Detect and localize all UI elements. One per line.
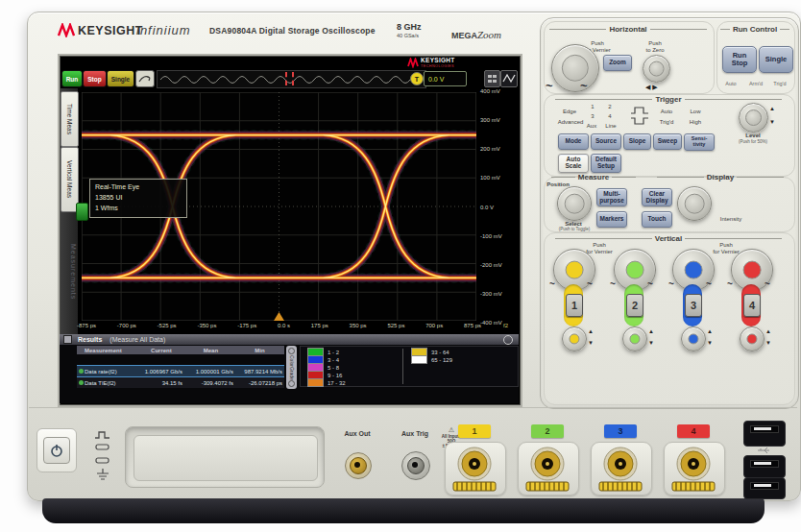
ch2-offset-knob[interactable]: [622, 326, 647, 351]
screen-logo-text: KEYSIGHT: [421, 57, 455, 63]
infobox-wfm-count: 1 Wfms: [95, 204, 182, 214]
results-close-icon[interactable]: [503, 335, 513, 345]
ch3-offset-knob[interactable]: [681, 326, 706, 351]
col-header[interactable]: Min: [235, 348, 284, 353]
ch2-enable-button[interactable]: 2: [626, 294, 643, 317]
power-icon: [50, 444, 63, 457]
section-display: Display: [657, 173, 784, 181]
sine-icon: ~: [610, 278, 616, 289]
auto-scale-button[interactable]: Auto Scale: [558, 154, 589, 173]
down-arrow-icon: ▼: [765, 340, 771, 346]
run-stop-button[interactable]: Run Stop: [722, 46, 757, 73]
results-bar[interactable]: Results (Measure All Data): [60, 334, 519, 345]
usb-port[interactable]: [743, 455, 786, 478]
y-tick-label: 400 mV: [480, 88, 517, 94]
single-button[interactable]: Single: [107, 70, 134, 87]
ch4-offset-knob[interactable]: [740, 326, 765, 351]
up-arrow-icon: ▲: [648, 328, 654, 334]
legend-label: 65 - 129: [431, 357, 452, 363]
stop-button[interactable]: Stop: [83, 70, 107, 87]
usb-port[interactable]: [743, 421, 786, 447]
trigger-sensitivity-button[interactable]: Sensi- tivity: [684, 133, 715, 151]
table-row[interactable]: Data TIE(f2) 34.15 fs -309.4072 fs -26.0…: [77, 377, 284, 388]
trigger-source-button[interactable]: Source: [591, 133, 621, 150]
horizontal-scale-knob[interactable]: [551, 44, 599, 92]
keypad-icon[interactable]: [484, 70, 500, 87]
touch-toggle-icon[interactable]: [135, 70, 155, 87]
multipurpose-button[interactable]: Multi- purpose: [596, 188, 627, 206]
x-tick-label: 175 ps: [311, 323, 328, 328]
up-arrow-icon: ▲: [588, 328, 594, 334]
results-collapse-icon[interactable]: [63, 335, 72, 344]
legend-item: 17 - 32: [307, 378, 346, 387]
x-tick-label: -525 ps: [158, 323, 177, 328]
zoom-button[interactable]: Zoom: [603, 55, 632, 71]
y-tick-label: 100 mV: [480, 175, 517, 181]
y-tick-label: -100 mV: [480, 233, 517, 239]
usb-icon: [757, 447, 770, 454]
usb-port[interactable]: [743, 477, 786, 499]
ch1-offset-knob[interactable]: [562, 326, 587, 351]
ch1-enable-button[interactable]: 1: [566, 294, 583, 317]
intensity-knob[interactable]: [677, 186, 712, 221]
trigger-slope-button[interactable]: Slope: [623, 133, 651, 150]
eye-marker-icon: [76, 203, 88, 221]
tray-lid: [134, 435, 318, 481]
default-setup-button[interactable]: Default Setup: [591, 154, 621, 173]
up-arrow-icon: ▲: [765, 328, 771, 334]
y-tick-label: 200 mV: [480, 146, 517, 152]
sample-rate-label: 40 GSa/s: [397, 33, 419, 38]
single-button-panel[interactable]: Single: [759, 46, 793, 73]
sine-icon: ~: [765, 278, 770, 289]
power-button[interactable]: [43, 437, 70, 464]
measure-position-knob[interactable]: [557, 186, 592, 221]
legend-label: 33 - 64: [431, 350, 449, 355]
y-tick-label: -300 mV: [480, 291, 517, 297]
ch3-enable-button[interactable]: 3: [685, 294, 702, 317]
clear-display-button[interactable]: Clear Display: [642, 188, 672, 206]
run-button[interactable]: Run: [61, 70, 83, 87]
tab-colorgrade[interactable]: ColorGrade: [286, 346, 297, 389]
col-header[interactable]: Mean: [186, 348, 235, 353]
edge-label: Edge: [557, 109, 582, 115]
x-tick-label: -350 ps: [197, 323, 216, 328]
up-arrow-icon: ▲: [707, 328, 713, 334]
trigger-position-marker[interactable]: [285, 72, 294, 85]
x-axis: -875 ps -700 ps -525 ps -350 ps -175 ps …: [77, 323, 481, 328]
knob-cap: [648, 60, 665, 77]
cell-mean: 1.000001 Gb/s: [182, 369, 233, 375]
knob-cap: [565, 194, 585, 214]
status-armd-label: Arm'd: [745, 81, 766, 87]
timebase-scrollbar[interactable]: [157, 70, 426, 88]
knob-cap: [745, 109, 763, 127]
aux-out-bnc-center: [354, 462, 360, 468]
axis-source-label: f2: [503, 323, 508, 328]
measurement-status-icon: [77, 380, 85, 385]
infobox-ui-count: 13855 UI: [95, 193, 182, 204]
trigger-sweep-button[interactable]: Sweep: [653, 133, 682, 150]
trigger-level-knob[interactable]: [739, 103, 768, 133]
markers-button[interactable]: Markers: [596, 211, 627, 228]
keysight-spark-icon: [58, 23, 75, 37]
sine-icon: ~: [706, 278, 712, 289]
ch3-offset-dot: [688, 333, 698, 344]
aux-port-icon: [94, 457, 111, 465]
tab-time-meas[interactable]: Time Meas: [61, 91, 79, 147]
col-header[interactable]: Measurement: [77, 348, 136, 353]
horizontal-position-knob[interactable]: [643, 55, 670, 83]
table-row[interactable]: Data rate(f2) 1.006967 Gb/s 1.000001 Gb/…: [77, 365, 284, 377]
col-header[interactable]: Current: [136, 348, 186, 353]
waveform-scale-icon[interactable]: [500, 70, 518, 87]
trigger-mode-button[interactable]: Mode: [558, 133, 589, 150]
front-cover-tray: [125, 426, 325, 488]
screen-spark-icon: [407, 58, 419, 68]
ch4-enable-button[interactable]: 4: [743, 294, 761, 317]
colorgrade-label: ColorGrade: [289, 355, 295, 380]
realtime-eye-infobox: Real-Time Eye 13855 UI 1 Wfms: [89, 179, 187, 218]
ch2-bnc-connector: [518, 440, 577, 494]
aux-trig-bnc: [401, 451, 430, 480]
trigger-level-readout[interactable]: 0.0 V: [424, 71, 467, 86]
touch-button[interactable]: Touch: [642, 211, 672, 228]
legend-label: 5 - 8: [328, 365, 339, 371]
aux-trig-label: Aux Trig: [394, 430, 436, 437]
